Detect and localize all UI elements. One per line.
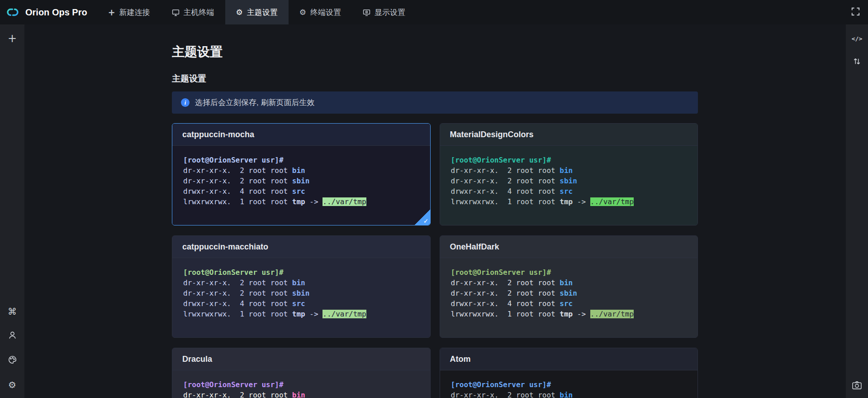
left-rail-bottom: ⌘ ⚙ bbox=[5, 304, 20, 393]
command-icon: ⌘ bbox=[8, 307, 17, 316]
app-title: Orion Ops Pro bbox=[25, 7, 87, 18]
left-sidebar: + ⌘ ⚙ bbox=[0, 24, 24, 398]
theme-name: catppuccin-macchiato bbox=[182, 242, 268, 252]
terminal-preview: [root@OrionServer usr]#dr-xr-xr-x. 2 roo… bbox=[440, 146, 698, 225]
terminal-preview: [root@OrionServer usr]#dr-xr-xr-x. 2 roo… bbox=[172, 146, 430, 225]
theme-button[interactable] bbox=[5, 353, 20, 368]
shortcuts-button[interactable]: ⌘ bbox=[5, 304, 20, 319]
user-icon bbox=[8, 331, 17, 341]
theme-name: Atom bbox=[450, 355, 471, 364]
theme-card-catppuccin-macchiato[interactable]: catppuccin-macchiato [root@OrionServer u… bbox=[172, 235, 431, 338]
palette-icon bbox=[8, 355, 17, 365]
display-icon bbox=[363, 9, 370, 16]
right-rail-bottom bbox=[849, 378, 865, 393]
camera-icon bbox=[852, 381, 862, 391]
right-sidebar: </> bbox=[846, 24, 868, 398]
theme-card-header: MaterialDesignColors bbox=[440, 124, 698, 146]
gear-icon: ⚙ bbox=[299, 9, 306, 16]
info-icon: i bbox=[181, 98, 190, 107]
theme-card-Dracula[interactable]: Dracula [root@OrionServer usr]#dr-xr-xr-… bbox=[172, 348, 431, 398]
theme-name: OneHalfDark bbox=[450, 242, 499, 252]
top-navbar: Orion Ops Pro +新建连接主机终端⚙主题设置⚙终端设置显示设置 bbox=[0, 0, 868, 24]
main-content: 主题设置 主题设置 i 选择后会立刻保存, 刷新页面后生效 catppuccin… bbox=[24, 24, 846, 398]
fullscreen-icon bbox=[851, 7, 860, 17]
nav-tab-label: 主机终端 bbox=[184, 7, 214, 18]
section-title: 主题设置 bbox=[172, 74, 846, 84]
app-logo-icon bbox=[5, 5, 20, 19]
theme-card-header: Dracula bbox=[172, 348, 430, 370]
gear-icon: ⚙ bbox=[8, 380, 16, 389]
nav-tab-terminal-settings[interactable]: ⚙终端设置 bbox=[289, 0, 352, 24]
theme-card-header: Atom bbox=[440, 348, 698, 370]
new-session-button[interactable]: + bbox=[5, 31, 20, 46]
plus-icon: + bbox=[108, 8, 115, 17]
nav-tab-label: 主题设置 bbox=[247, 7, 278, 18]
monitor-icon bbox=[172, 9, 180, 16]
code-icon: </> bbox=[852, 35, 862, 42]
screenshot-button[interactable] bbox=[849, 378, 865, 393]
gear-icon: ⚙ bbox=[236, 9, 243, 16]
theme-card-OneHalfDark[interactable]: OneHalfDark [root@OrionServer usr]#dr-xr… bbox=[440, 235, 698, 338]
info-alert-text: 选择后会立刻保存, 刷新页面后生效 bbox=[195, 97, 314, 108]
code-view-button[interactable]: </> bbox=[849, 31, 865, 46]
user-button[interactable] bbox=[5, 328, 20, 344]
theme-card-header: OneHalfDark bbox=[440, 236, 698, 258]
terminal-preview: [root@OrionServer usr]#dr-xr-xr-x. 2 roo… bbox=[172, 370, 430, 398]
terminal-preview: [root@OrionServer usr]#dr-xr-xr-x. 2 roo… bbox=[440, 258, 698, 337]
page-title: 主题设置 bbox=[172, 44, 846, 59]
nav-tab-label: 新建连接 bbox=[119, 7, 150, 18]
nav-tabs: +新建连接主机终端⚙主题设置⚙终端设置显示设置 bbox=[97, 0, 416, 24]
selected-corner-badge: ✓ bbox=[415, 210, 430, 225]
theme-name: Dracula bbox=[182, 355, 212, 364]
nav-tab-new-connection[interactable]: +新建连接 bbox=[97, 0, 161, 24]
nav-tab-label: 显示设置 bbox=[375, 7, 405, 18]
sort-icon bbox=[853, 58, 861, 67]
plus-icon: + bbox=[8, 33, 17, 44]
theme-card-Atom[interactable]: Atom [root@OrionServer usr]#dr-xr-xr-x. … bbox=[440, 348, 698, 398]
theme-grid: catppuccin-mocha [root@OrionServer usr]#… bbox=[172, 123, 698, 398]
fullscreen-button[interactable] bbox=[851, 7, 860, 17]
terminal-preview: [root@OrionServer usr]#dr-xr-xr-x. 2 roo… bbox=[172, 258, 430, 337]
theme-card-catppuccin-mocha[interactable]: catppuccin-mocha [root@OrionServer usr]#… bbox=[172, 123, 431, 225]
info-alert: i 选择后会立刻保存, 刷新页面后生效 bbox=[172, 91, 698, 114]
theme-name: MaterialDesignColors bbox=[450, 130, 534, 139]
sort-button[interactable] bbox=[849, 54, 865, 70]
theme-card-header: catppuccin-mocha bbox=[172, 124, 430, 146]
nav-tab-theme-settings[interactable]: ⚙主题设置 bbox=[225, 0, 289, 24]
theme-card-MaterialDesignColors[interactable]: MaterialDesignColors [root@OrionServer u… bbox=[440, 123, 698, 225]
nav-tab-host-terminal[interactable]: 主机终端 bbox=[161, 0, 225, 24]
terminal-preview: [root@OrionServer usr]#dr-xr-xr-x. 2 roo… bbox=[440, 370, 698, 398]
check-icon: ✓ bbox=[423, 217, 429, 225]
theme-name: catppuccin-mocha bbox=[182, 130, 254, 139]
settings-button[interactable]: ⚙ bbox=[5, 377, 20, 393]
theme-card-header: catppuccin-macchiato bbox=[172, 236, 430, 258]
nav-tab-display-settings[interactable]: 显示设置 bbox=[352, 0, 416, 24]
nav-tab-label: 终端设置 bbox=[310, 7, 341, 18]
